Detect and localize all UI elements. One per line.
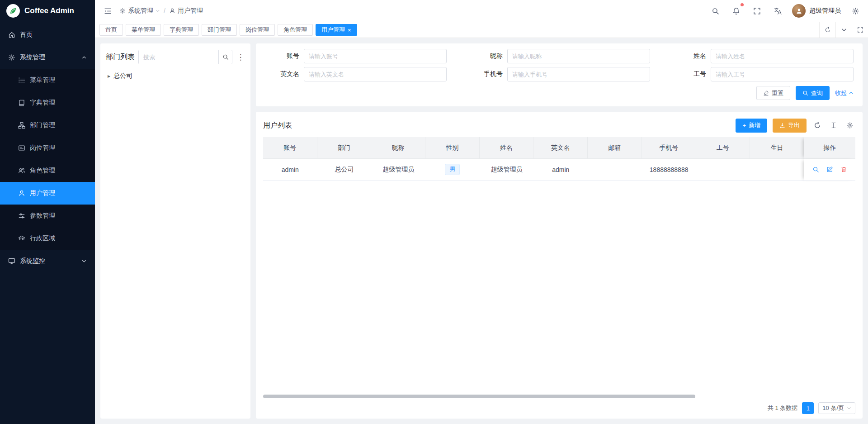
close-icon[interactable]: × xyxy=(348,27,351,33)
table-density-button[interactable] xyxy=(828,120,839,131)
table-row[interactable]: admin 总公司 超级管理员 男 超级管理员 admin 188 xyxy=(263,159,855,181)
cell-work-id xyxy=(696,159,750,181)
english-name-input[interactable] xyxy=(304,67,447,81)
horizontal-scrollbar xyxy=(263,394,855,399)
sidebar-item-post-management[interactable]: 岗位管理 xyxy=(0,137,95,159)
field-label: 账号 xyxy=(265,52,299,60)
tab-post-management[interactable]: 岗位管理 xyxy=(240,24,275,36)
department-more-button[interactable]: ⋮ xyxy=(236,51,245,63)
reset-button[interactable]: 重置 xyxy=(756,86,790,100)
cell-account: admin xyxy=(263,159,317,181)
main-area: 系统管理 / 用户管理 xyxy=(95,0,868,424)
sidebar-menu: 首页 系统管理 菜单管理 字典管理 部门管理 xyxy=(0,22,95,424)
chevron-up-icon xyxy=(849,91,854,95)
work-id-input[interactable] xyxy=(711,67,854,81)
sidebar-item-label: 用户管理 xyxy=(30,189,55,197)
export-button[interactable]: 导出 xyxy=(773,119,807,133)
tab-home[interactable]: 首页 xyxy=(99,24,123,36)
system-management-submenu: 菜单管理 字典管理 部门管理 岗位管理 角色管理 xyxy=(0,69,95,250)
caret-right-icon[interactable]: ▸ xyxy=(108,73,110,79)
sidebar-item-param-management[interactable]: 参数管理 xyxy=(0,205,95,227)
settings-button[interactable] xyxy=(849,5,862,17)
tab-user-management[interactable]: 用户管理 × xyxy=(316,24,357,36)
field-work-id: 工号 xyxy=(672,67,854,81)
app-logo[interactable]: Coffee Admin xyxy=(0,0,95,22)
table-refresh-button[interactable] xyxy=(812,120,823,131)
tree-node-head-office[interactable]: ▸ 总公司 xyxy=(106,70,245,82)
department-panel-title: 部门列表 xyxy=(106,52,135,62)
gear-icon xyxy=(846,122,854,129)
tab-label: 部门管理 xyxy=(208,26,231,34)
collapse-filter-button[interactable]: 收起 xyxy=(835,89,854,97)
tab-dict-management[interactable]: 字典管理 xyxy=(164,24,199,36)
dots-vertical-icon: ⋮ xyxy=(237,53,245,62)
department-tree: ▸ 总公司 xyxy=(106,70,245,82)
phone-input[interactable] xyxy=(507,67,650,81)
department-search-button[interactable] xyxy=(218,50,232,64)
table-header-row: 账号 部门 昵称 性别 姓名 英文名 邮箱 手机号 工号 生日 xyxy=(263,137,855,159)
tab-menu-management[interactable]: 菜单管理 xyxy=(126,24,161,36)
user-icon xyxy=(18,190,25,197)
edit-row-button[interactable] xyxy=(826,166,834,174)
brush-reset-icon xyxy=(763,90,769,96)
sidebar-item-dict-management[interactable]: 字典管理 xyxy=(0,91,95,114)
horizontal-scrollbar-thumb[interactable] xyxy=(263,395,695,398)
column-header-birthday: 生日 xyxy=(750,137,804,159)
field-label: 姓名 xyxy=(672,52,706,60)
monitor-icon xyxy=(8,257,15,265)
fullscreen-button[interactable] xyxy=(750,5,763,17)
page-size-select[interactable]: 10 条/页 xyxy=(818,402,855,414)
breadcrumb-system-management[interactable]: 系统管理 xyxy=(119,7,160,15)
chevron-down-icon xyxy=(841,27,847,33)
sidebar-item-system-management[interactable]: 系统管理 xyxy=(0,46,95,69)
column-header-email: 邮箱 xyxy=(588,137,642,159)
user-icon xyxy=(796,8,802,14)
refresh-icon xyxy=(814,122,821,129)
pagination: 共 1 条数据 1 10 条/页 xyxy=(263,400,855,416)
table-toolbar: + 新增 导出 xyxy=(736,119,855,133)
cell-english-name: admin xyxy=(533,159,588,181)
sidebar-item-label: 字典管理 xyxy=(30,99,55,107)
field-name: 姓名 xyxy=(672,49,854,63)
tab-refresh-button[interactable] xyxy=(819,22,835,38)
table-settings-button[interactable] xyxy=(844,120,855,131)
view-row-button[interactable] xyxy=(812,166,820,174)
add-user-button[interactable]: + 新增 xyxy=(736,119,767,133)
tab-label: 首页 xyxy=(105,26,117,34)
tab-role-management[interactable]: 角色管理 xyxy=(278,24,313,36)
nickname-input[interactable] xyxy=(507,49,650,63)
sidebar-collapse-button[interactable] xyxy=(101,5,114,17)
sidebar-item-role-management[interactable]: 角色管理 xyxy=(0,159,95,182)
sidebar-item-user-management[interactable]: 用户管理 xyxy=(0,182,95,205)
pagination-page-1[interactable]: 1 xyxy=(802,402,814,414)
search-filter-grid: 账号 昵称 姓名 英文名 xyxy=(265,49,854,81)
user-menu[interactable]: 超级管理员 xyxy=(792,4,841,18)
sidebar-item-label: 岗位管理 xyxy=(30,144,55,152)
notifications-button[interactable] xyxy=(730,5,742,17)
tab-actions-dropdown-button[interactable] xyxy=(835,22,852,38)
sidebar-item-dept-management[interactable]: 部门管理 xyxy=(0,114,95,137)
sidebar-item-menu-management[interactable]: 菜单管理 xyxy=(0,69,95,91)
account-input[interactable] xyxy=(304,49,447,63)
department-search-input[interactable] xyxy=(139,50,218,64)
app-root: Coffee Admin 首页 系统管理 菜单管理 字典管理 xyxy=(0,0,868,424)
sidebar-item-label: 角色管理 xyxy=(30,167,55,175)
query-button[interactable]: 查询 xyxy=(796,86,830,100)
global-search-button[interactable] xyxy=(709,5,722,17)
column-header-phone: 手机号 xyxy=(642,137,696,159)
user-icon xyxy=(169,8,175,14)
sitemap-icon xyxy=(18,122,25,129)
sidebar-item-home[interactable]: 首页 xyxy=(0,24,95,46)
search-icon xyxy=(802,90,808,96)
sidebar-item-label: 参数管理 xyxy=(30,212,55,220)
breadcrumb-separator: / xyxy=(164,7,165,14)
tab-dept-management[interactable]: 部门管理 xyxy=(202,24,237,36)
content-fullscreen-button[interactable] xyxy=(852,22,868,38)
name-input[interactable] xyxy=(711,49,854,63)
page-size-value: 10 条/页 xyxy=(822,404,844,412)
sidebar-item-label: 系统监控 xyxy=(20,257,45,265)
sidebar-item-system-monitor[interactable]: 系统监控 xyxy=(0,250,95,272)
sidebar-item-region-management[interactable]: 行政区域 xyxy=(0,227,95,250)
language-button[interactable] xyxy=(771,5,784,17)
delete-row-button[interactable] xyxy=(840,166,848,174)
